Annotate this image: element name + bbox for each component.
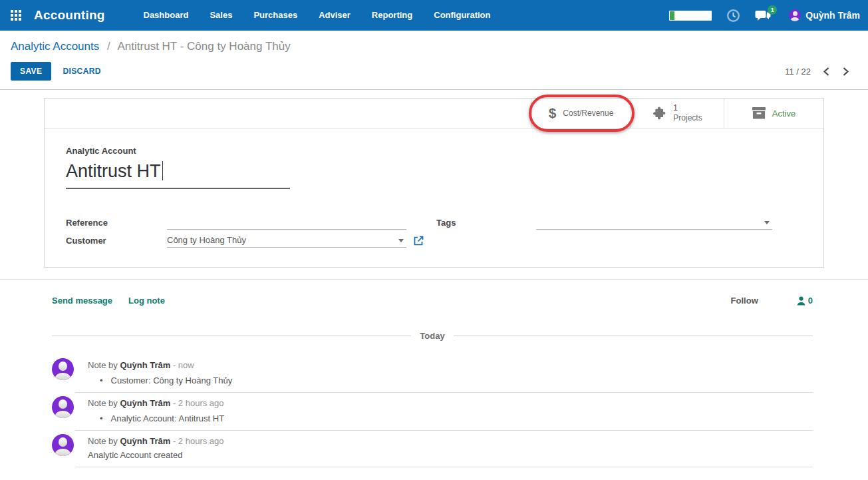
activities-clock-icon[interactable] [726, 9, 740, 23]
message-author: Quỳnh Trâm [120, 436, 170, 446]
messages-icon[interactable]: 1 [755, 9, 772, 23]
message-time: - 2 hours ago [173, 398, 224, 408]
log-note-button[interactable]: Log note [128, 296, 165, 306]
tracking-value: Customer: Công ty Hoàng Thủy [88, 375, 813, 385]
chatter: Send message Log note Follow 0 Today Not… [0, 296, 868, 467]
save-button[interactable]: SAVE [11, 62, 51, 81]
main-menu: Dashboard Sales Purchases Adviser Report… [133, 0, 502, 31]
analytic-account-label: Analytic Account [66, 146, 823, 156]
menu-sales[interactable]: Sales [199, 0, 243, 31]
breadcrumb-current: Antitrust HT - Công ty Hoàng Thủy [118, 40, 291, 53]
apps-menu-icon[interactable] [11, 10, 21, 21]
menu-configuration[interactable]: Configuration [423, 0, 501, 31]
menu-dashboard[interactable]: Dashboard [133, 0, 200, 31]
tracking-value: Analytic Account: Antitrust HT [88, 413, 813, 423]
timer-progress [670, 11, 674, 20]
discard-button[interactable]: DISCARD [63, 67, 100, 76]
menu-reporting[interactable]: Reporting [361, 0, 423, 31]
followers-count: 0 [808, 296, 813, 306]
dollar-icon: $ [549, 105, 557, 121]
breadcrumb-parent-link[interactable]: Analytic Accounts [11, 40, 99, 53]
cost-revenue-label: Cost/Revenue [563, 109, 613, 118]
menu-purchases[interactable]: Purchases [243, 0, 308, 31]
message-body: Analytic Account created [88, 450, 813, 460]
message-row: Note by Quỳnh Trâm - now Customer: Công … [52, 355, 813, 385]
message-row: Note by Quỳnh Trâm - 2 hours ago Analyti… [52, 393, 813, 423]
control-panel: Analytic Accounts / Antitrust HT - Công … [0, 31, 868, 90]
top-navbar: Accounting Dashboard Sales Purchases Adv… [0, 0, 868, 31]
customer-select[interactable]: Công ty Hoàng Thủy [167, 233, 406, 248]
reference-label: Reference [66, 218, 167, 230]
stat-button-bar: $ Cost/Revenue 1 Projects Acti [45, 99, 823, 128]
menu-adviser[interactable]: Adviser [308, 0, 361, 31]
message-author-avatar [52, 434, 74, 456]
chevron-down-icon [764, 221, 770, 224]
pager-previous-button[interactable] [823, 67, 830, 77]
user-name: Quỳnh Trâm [805, 10, 860, 21]
pager-next-button[interactable] [842, 67, 849, 77]
breadcrumb: Analytic Accounts / Antitrust HT - Công … [11, 39, 868, 55]
message-time: - now [173, 360, 194, 370]
sheet-chatter-divider [0, 279, 868, 280]
message-author-avatar [52, 358, 74, 380]
message-row: Note by Quỳnh Trâm - 2 hours ago Analyti… [52, 431, 813, 460]
date-separator: Today [52, 331, 813, 341]
external-link-button[interactable] [414, 236, 424, 246]
reference-input[interactable] [167, 215, 406, 230]
messages-count-badge: 1 [768, 5, 777, 15]
active-label: Active [772, 109, 796, 119]
projects-label: Projects [673, 113, 702, 123]
projects-button[interactable]: 1 Projects [631, 99, 724, 128]
tags-label: Tags [436, 218, 536, 230]
message-author: Quỳnh Trâm [120, 360, 170, 370]
text-cursor [162, 161, 163, 180]
follower-person-icon [797, 296, 805, 306]
archive-box-icon [752, 107, 766, 119]
message-author: Quỳnh Trâm [120, 398, 170, 408]
message-author-avatar [52, 396, 74, 418]
form-sheet: $ Cost/Revenue 1 Projects Acti [44, 98, 824, 268]
follow-button[interactable]: Follow [731, 296, 758, 306]
analytic-account-name-input[interactable]: Antitrust HT [66, 161, 290, 189]
app-name[interactable]: Accounting [34, 8, 105, 23]
user-menu[interactable]: Quỳnh Trâm [789, 9, 860, 21]
customer-label: Customer [66, 236, 167, 248]
followers-button[interactable]: 0 [797, 296, 813, 306]
cost-revenue-button[interactable]: $ Cost/Revenue [531, 99, 631, 128]
breadcrumb-separator: / [107, 40, 110, 53]
tags-input[interactable] [536, 215, 772, 230]
pager: 11 / 22 [785, 67, 849, 77]
message-time: - 2 hours ago [173, 436, 224, 446]
timer-widget[interactable] [669, 11, 712, 21]
projects-count: 1 [673, 103, 702, 113]
send-message-button[interactable]: Send message [52, 296, 112, 306]
pager-value: 11 / 22 [785, 67, 811, 77]
puzzle-icon [652, 107, 666, 120]
chevron-down-icon [398, 239, 404, 242]
active-toggle-button[interactable]: Active [724, 99, 823, 128]
message-divider [75, 467, 813, 467]
user-avatar [789, 9, 801, 21]
